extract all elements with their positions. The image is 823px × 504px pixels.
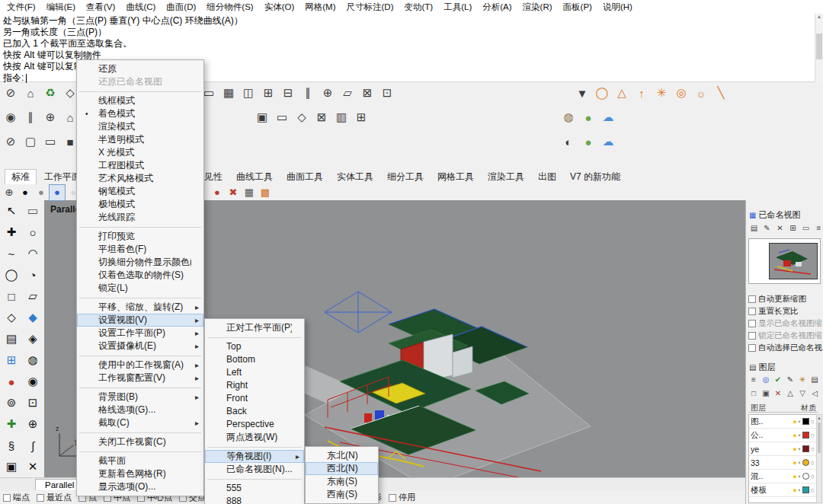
- layer-row[interactable]: 楼板 ● ▪ ○: [749, 483, 816, 497]
- sidebar-tool-icon[interactable]: ∫: [22, 435, 43, 456]
- layer-color-swatch[interactable]: [802, 432, 809, 439]
- menu-item[interactable]: • 工程图模式 ▸: [77, 159, 203, 172]
- menu-item[interactable]: • 渲染模式 ▸: [77, 120, 203, 133]
- bulb-icon[interactable]: ●: [793, 445, 796, 453]
- menu-item[interactable]: • ▸: [77, 354, 203, 357]
- menu-item[interactable]: • Top ▸: [205, 340, 304, 353]
- bulb-icon[interactable]: ●: [793, 486, 796, 494]
- layer-tool-icon[interactable]: □: [749, 388, 758, 398]
- toolbar-icon[interactable]: ◎: [672, 84, 690, 102]
- layer-tool-icon[interactable]: ▣: [761, 388, 770, 398]
- menu-bar-item[interactable]: 编辑(E): [41, 0, 81, 14]
- menu-item[interactable]: • 截平面 ▸: [77, 455, 203, 467]
- menu-item[interactable]: • 极地模式 ▸: [77, 198, 203, 211]
- checkbox[interactable]: [37, 494, 44, 502]
- menu-item[interactable]: • 东北(N) ▸: [306, 449, 378, 462]
- menu-item[interactable]: • 光线跟踪 ▸: [77, 211, 203, 224]
- toolbar-tab[interactable]: 标准: [5, 169, 37, 184]
- toolbar-icon[interactable]: ◫: [239, 84, 258, 102]
- menu-item[interactable]: • 背景图(B) ▸: [77, 391, 203, 404]
- toolbar-icon[interactable]: ⊡: [378, 84, 396, 102]
- layer-color-swatch[interactable]: [802, 486, 809, 493]
- bulb-icon[interactable]: ●: [793, 459, 796, 467]
- menu-item[interactable]: • 西北(N) ▸: [306, 462, 378, 475]
- layer-color-swatch[interactable]: [802, 445, 809, 452]
- toolbar-tab[interactable]: V7 的新功能: [564, 170, 626, 184]
- sidebar-tool-icon[interactable]: ✚: [1, 413, 22, 435]
- material-icon[interactable]: ○: [811, 418, 815, 426]
- toolbar-icon[interactable]: ▭: [273, 108, 291, 126]
- menu-item[interactable]: • ▸: [77, 386, 203, 389]
- toolbar-icon[interactable]: ▭: [41, 132, 59, 151]
- sidebar-tool-icon[interactable]: ◉: [22, 371, 43, 392]
- menu-bar-item[interactable]: 查看(V): [81, 0, 120, 14]
- menu-item[interactable]: • ▸: [77, 296, 203, 299]
- toolbar-icon[interactable]: ▥: [332, 108, 351, 126]
- lock-icon[interactable]: ▪: [799, 473, 801, 480]
- bulb-icon[interactable]: ●: [793, 418, 796, 426]
- toolbar-tab[interactable]: 网格工具: [431, 170, 480, 184]
- material-icon[interactable]: ○: [811, 459, 815, 467]
- layer-tool-icon[interactable]: ◎: [761, 375, 770, 384]
- palette-icon[interactable]: ⊕: [2, 185, 17, 200]
- palette-icon[interactable]: ▦: [242, 185, 257, 200]
- menu-item[interactable]: • 关闭工作视窗(C) ▸: [77, 435, 203, 448]
- menu-item[interactable]: • 555 ▸: [205, 482, 304, 495]
- named-views-list[interactable]: [748, 238, 821, 284]
- menu-item[interactable]: • 888 ▸: [205, 495, 304, 504]
- toolbar-icon[interactable]: ◉: [2, 108, 20, 126]
- menu-bar-item[interactable]: 变动(T): [399, 0, 438, 14]
- checkbox[interactable]: [748, 295, 756, 303]
- command-scrollbar[interactable]: ▲: [815, 14, 823, 82]
- menu-bar-item[interactable]: 曲线(C): [120, 0, 161, 14]
- sidebar-tool-icon[interactable]: ▱: [22, 285, 43, 307]
- toolbar-icon[interactable]: ☼: [692, 84, 710, 102]
- menu-bar-item[interactable]: 细分物件(S): [201, 0, 258, 14]
- menu-item[interactable]: • 等角视图(I) ▸: [205, 450, 304, 463]
- layer-row[interactable]: 图.. ● ▪ ○: [749, 415, 816, 429]
- menu-item[interactable]: • 使用中的工作视窗(A) ▸: [77, 359, 203, 372]
- menu-item[interactable]: • 更新着色网格(R) ▸: [77, 467, 203, 480]
- toolbar-icon[interactable]: ◇: [293, 108, 311, 126]
- toolbar-icon[interactable]: ⊠: [312, 108, 331, 126]
- menu-item[interactable]: • Right ▸: [205, 379, 304, 392]
- toolbar-icon[interactable]: ◍: [559, 108, 578, 126]
- menu-item[interactable]: • 设置视图(V) ▸: [77, 314, 203, 327]
- option-row[interactable]: 锁定已命名视图缩图: [748, 330, 822, 342]
- menu-item[interactable]: • 设置工作平面(P) ▸: [77, 327, 203, 340]
- sidebar-tool-icon[interactable]: ↖: [1, 200, 22, 222]
- toolbar-icon[interactable]: ⊞: [352, 108, 370, 126]
- option-row[interactable]: 重置长宽比: [748, 305, 822, 317]
- checkbox[interactable]: [748, 332, 756, 340]
- menu-item[interactable]: • 钢笔模式 ▸: [77, 185, 203, 198]
- toolbar-icon[interactable]: ⊕: [319, 84, 337, 102]
- toolbar-icon[interactable]: ◯: [593, 84, 611, 102]
- sidebar-tool-icon[interactable]: ~: [1, 243, 22, 264]
- toolbar-icon[interactable]: ∥: [21, 108, 40, 126]
- checkbox[interactable]: [748, 308, 756, 315]
- sidebar-tool-icon[interactable]: ▣: [1, 456, 22, 477]
- option-row[interactable]: 自动选择已命名视图图像: [748, 342, 822, 354]
- toolbar-tab[interactable]: 曲面工具: [280, 170, 329, 184]
- checkbox[interactable]: [389, 494, 396, 502]
- layer-row[interactable]: 公.. ● ▪ ○: [749, 429, 816, 442]
- osnap-toggle[interactable]: 停用: [389, 492, 415, 503]
- sidebar-tool-icon[interactable]: ✚: [1, 222, 22, 243]
- lock-icon[interactable]: ▪: [799, 445, 801, 452]
- palette-icon[interactable]: ●: [34, 185, 49, 200]
- toolbar-icon[interactable]: ◐: [559, 132, 578, 151]
- toolbar-icon[interactable]: ╲: [712, 84, 730, 102]
- toolbar-icon[interactable]: ⊘: [2, 84, 20, 102]
- sidebar-tool-icon[interactable]: §: [1, 435, 22, 456]
- menu-item[interactable]: • Left ▸: [205, 366, 304, 379]
- sidebar-tool-icon[interactable]: ○: [22, 222, 43, 243]
- panel-tool-icon[interactable]: ✕: [775, 223, 785, 233]
- menu-item[interactable]: • X 光模式 ▸: [77, 146, 203, 159]
- sidebar-tool-icon[interactable]: ◔: [22, 264, 43, 285]
- scrollbar-thumb[interactable]: [818, 423, 821, 453]
- toolbar-icon[interactable]: ⊘: [2, 132, 20, 151]
- menu-item[interactable]: • 平移、缩放、旋转(Z) ▸: [77, 301, 203, 314]
- panel-tool-icon[interactable]: ▭: [801, 223, 811, 233]
- sidebar-tool-icon[interactable]: ▤: [1, 328, 22, 349]
- option-row[interactable]: 显示已命名视图缩图物件: [748, 317, 822, 330]
